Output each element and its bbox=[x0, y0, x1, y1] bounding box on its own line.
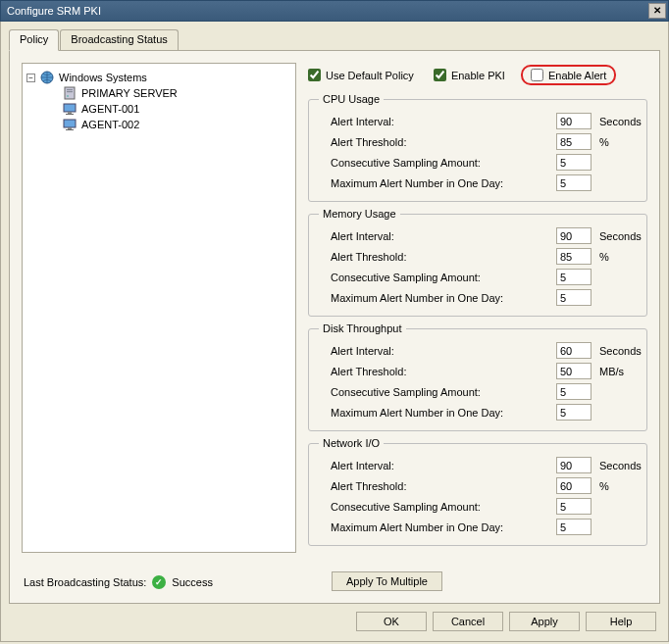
tree-item[interactable]: PRIMARY SERVER bbox=[26, 85, 291, 101]
tab-policy[interactable]: Policy bbox=[9, 29, 59, 51]
enable-pki-checkbox[interactable] bbox=[434, 69, 446, 81]
svg-rect-6 bbox=[68, 112, 72, 114]
collapse-icon[interactable]: − bbox=[26, 74, 35, 82]
field-row: Alert Interval:Seconds bbox=[319, 225, 637, 246]
tree-root-label: Windows Systems bbox=[59, 72, 147, 83]
field-label: Consecutive Sampling Amount: bbox=[319, 386, 556, 398]
field-label: Maximum Alert Number in One Day: bbox=[319, 292, 556, 304]
apply-multiple-button[interactable]: Apply To Multiple bbox=[332, 571, 442, 591]
group-network-i-o: Network I/OAlert Interval:SecondsAlert T… bbox=[308, 437, 647, 546]
field-input[interactable] bbox=[556, 498, 592, 515]
groups-container: CPU UsageAlert Interval:SecondsAlert Thr… bbox=[308, 93, 647, 552]
policy-panel: Use Default Policy Enable PKI Enable Ale… bbox=[308, 63, 647, 591]
field-label: Consecutive Sampling Amount: bbox=[319, 157, 556, 169]
group-legend: Memory Usage bbox=[319, 208, 400, 220]
field-input[interactable] bbox=[556, 457, 592, 473]
field-label: Alert Interval: bbox=[319, 345, 556, 357]
field-row: Alert Threshold:MB/s bbox=[319, 361, 637, 381]
tree-item[interactable]: AGENT-001 bbox=[26, 101, 291, 117]
help-button[interactable]: Help bbox=[586, 612, 656, 631]
field-unit: Seconds bbox=[592, 460, 637, 471]
systems-tree[interactable]: − Windows Systems PRIMARY SERVER AGENT-0… bbox=[22, 63, 296, 553]
use-default-checkbox[interactable] bbox=[308, 69, 321, 81]
cancel-button[interactable]: Cancel bbox=[433, 612, 503, 631]
close-icon[interactable]: ✕ bbox=[648, 3, 666, 19]
group-memory-usage: Memory UsageAlert Interval:SecondsAlert … bbox=[308, 208, 647, 317]
tree-item-label: AGENT-002 bbox=[81, 119, 139, 130]
tree-item-label: PRIMARY SERVER bbox=[81, 87, 178, 99]
svg-rect-8 bbox=[64, 120, 76, 127]
field-label: Alert Interval: bbox=[319, 116, 556, 127]
tree-root[interactable]: − Windows Systems bbox=[26, 70, 291, 85]
field-unit: MB/s bbox=[592, 366, 637, 377]
ok-button[interactable]: OK bbox=[356, 612, 427, 631]
field-input[interactable] bbox=[556, 404, 592, 421]
use-default-label: Use Default Policy bbox=[326, 70, 414, 81]
tree-item-label: AGENT-001 bbox=[81, 103, 139, 115]
field-label: Consecutive Sampling Amount: bbox=[319, 501, 556, 513]
svg-rect-1 bbox=[65, 87, 75, 99]
group-disk-throughput: Disk ThroughputAlert Interval:SecondsAle… bbox=[308, 322, 647, 431]
field-row: Maximum Alert Number in One Day: bbox=[319, 287, 637, 308]
svg-rect-9 bbox=[68, 127, 72, 129]
apply-button[interactable]: Apply bbox=[509, 612, 580, 631]
field-input[interactable] bbox=[556, 289, 592, 306]
field-label: Consecutive Sampling Amount: bbox=[319, 272, 556, 283]
group-legend: Disk Throughput bbox=[319, 322, 406, 334]
field-input[interactable] bbox=[556, 383, 592, 400]
field-unit: % bbox=[592, 480, 637, 492]
dialog-footer: OK Cancel Apply Help bbox=[9, 604, 660, 633]
field-row: Consecutive Sampling Amount: bbox=[319, 381, 637, 402]
field-input[interactable] bbox=[556, 519, 592, 535]
field-input[interactable] bbox=[556, 477, 592, 494]
field-row: Consecutive Sampling Amount: bbox=[319, 152, 637, 173]
field-label: Alert Threshold: bbox=[319, 136, 556, 148]
enable-alert-checkbox[interactable] bbox=[531, 69, 543, 81]
field-label: Maximum Alert Number in One Day: bbox=[319, 407, 556, 419]
field-unit: % bbox=[592, 251, 637, 263]
field-label: Alert Interval: bbox=[319, 230, 556, 242]
field-label: Maximum Alert Number in One Day: bbox=[319, 521, 556, 533]
field-input[interactable] bbox=[556, 113, 592, 129]
enable-pki-check[interactable]: Enable PKI bbox=[434, 69, 505, 81]
field-input[interactable] bbox=[556, 269, 592, 285]
tree-item[interactable]: AGENT-002 bbox=[26, 117, 291, 132]
field-row: Alert Threshold:% bbox=[319, 246, 637, 267]
svg-rect-10 bbox=[66, 129, 74, 130]
field-input[interactable] bbox=[556, 133, 592, 150]
tab-content: − Windows Systems PRIMARY SERVER AGENT-0… bbox=[9, 51, 660, 604]
field-label: Alert Threshold: bbox=[319, 366, 556, 377]
group-cpu-usage: CPU UsageAlert Interval:SecondsAlert Thr… bbox=[308, 93, 647, 202]
field-unit: Seconds bbox=[592, 345, 637, 357]
tab-broadcasting[interactable]: Broadcasting Status bbox=[60, 29, 178, 50]
success-icon: ✓ bbox=[152, 575, 166, 589]
tab-bar: Policy Broadcasting Status bbox=[9, 29, 660, 51]
broadcast-status: Last Broadcasting Status: ✓ Success bbox=[24, 575, 213, 589]
field-input[interactable] bbox=[556, 227, 592, 244]
field-unit: Seconds bbox=[592, 230, 637, 242]
field-input[interactable] bbox=[556, 248, 592, 265]
field-row: Maximum Alert Number in One Day: bbox=[319, 402, 637, 422]
field-row: Alert Interval:Seconds bbox=[319, 340, 637, 361]
field-row: Consecutive Sampling Amount: bbox=[319, 496, 637, 517]
monitor-icon bbox=[62, 117, 77, 132]
field-input[interactable] bbox=[556, 154, 592, 171]
enable-alert-check[interactable]: Enable Alert bbox=[531, 69, 606, 81]
field-row: Alert Interval:Seconds bbox=[319, 455, 637, 475]
svg-rect-7 bbox=[66, 114, 74, 115]
server-icon bbox=[62, 85, 77, 101]
field-input[interactable] bbox=[556, 174, 592, 191]
field-input[interactable] bbox=[556, 363, 592, 379]
field-row: Consecutive Sampling Amount: bbox=[319, 267, 637, 287]
field-input[interactable] bbox=[556, 342, 592, 359]
enable-alert-label: Enable Alert bbox=[548, 70, 606, 81]
globe-icon bbox=[39, 70, 55, 85]
svg-point-4 bbox=[67, 95, 69, 97]
field-label: Alert Interval: bbox=[319, 460, 556, 471]
dialog-body: Policy Broadcasting Status − Windows Sys… bbox=[0, 22, 669, 642]
status-label: Last Broadcasting Status: bbox=[24, 576, 146, 588]
monitor-icon bbox=[62, 101, 77, 117]
use-default-check[interactable]: Use Default Policy bbox=[308, 69, 414, 81]
group-legend: CPU Usage bbox=[319, 93, 384, 105]
field-label: Maximum Alert Number in One Day: bbox=[319, 177, 556, 189]
